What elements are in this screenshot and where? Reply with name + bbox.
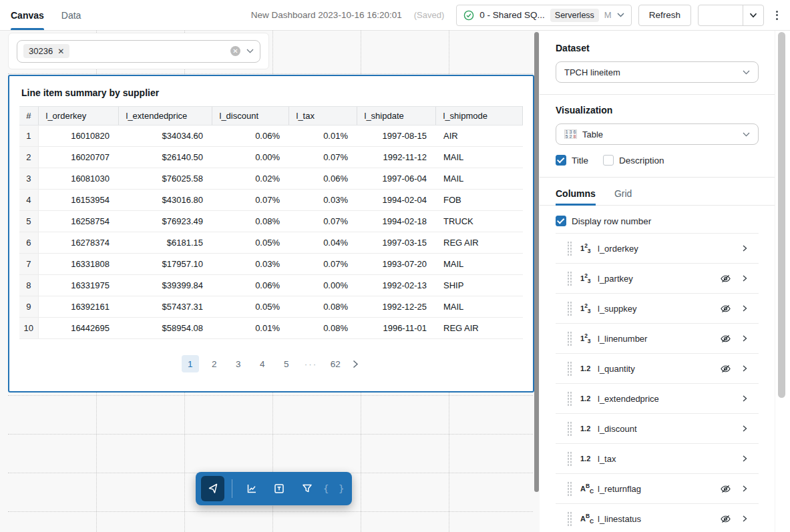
title-checkbox[interactable]: Title bbox=[556, 155, 588, 166]
clear-filter-icon[interactable]: ✕ bbox=[230, 46, 240, 56]
tab-columns[interactable]: Columns bbox=[556, 188, 596, 205]
eye-off-icon[interactable] bbox=[720, 513, 731, 525]
code-tool-icon[interactable]: { } bbox=[323, 476, 347, 501]
share-button[interactable]: Share bbox=[699, 0, 743, 266]
add-chart-tool-icon[interactable] bbox=[240, 476, 263, 501]
table-cell: 0.06% bbox=[212, 125, 288, 147]
grid-line bbox=[8, 511, 533, 512]
warehouse-selector[interactable]: 0 - Shared SQ... Serverless M bbox=[456, 5, 631, 26]
table-cell: 0.08% bbox=[212, 211, 288, 232]
column-list-item[interactable]: 1.2l_tax bbox=[556, 444, 759, 474]
table-cell: 1997-03-15 bbox=[357, 232, 435, 254]
table-cell: SHIP bbox=[435, 275, 523, 296]
column-list-item[interactable]: ABCl_linestatus bbox=[556, 504, 759, 532]
eye-off-icon[interactable] bbox=[720, 363, 731, 374]
drag-handle-icon[interactable] bbox=[567, 511, 572, 527]
pagination-page[interactable]: 4 bbox=[254, 355, 271, 372]
table-cell: $58954.08 bbox=[118, 318, 212, 339]
table-cell: 0.08% bbox=[288, 296, 357, 318]
scrollbar-thumb[interactable] bbox=[778, 32, 785, 398]
drag-handle-icon[interactable] bbox=[567, 391, 572, 407]
drag-handle-icon[interactable] bbox=[567, 481, 572, 497]
filter-select[interactable]: 30236 ✕ ✕ bbox=[17, 40, 260, 63]
pagination-page[interactable]: 3 bbox=[230, 355, 247, 372]
drag-handle-icon[interactable] bbox=[567, 241, 572, 256]
title-checkbox-label: Title bbox=[572, 156, 588, 166]
select-cursor-tool-icon[interactable] bbox=[201, 476, 224, 501]
column-list-item[interactable]: 1.2l_quantity bbox=[556, 354, 759, 384]
checkbox-checked-icon[interactable] bbox=[556, 216, 566, 226]
column-name: l_tax bbox=[598, 454, 616, 464]
table-cell: 0.00% bbox=[288, 275, 357, 296]
table-cell: $26140.50 bbox=[118, 147, 212, 168]
column-header: # bbox=[19, 107, 38, 125]
pagination-next-icon[interactable] bbox=[351, 360, 361, 368]
column-list-item[interactable]: ABCl_returnflag bbox=[556, 474, 759, 504]
page-scrollbar[interactable] bbox=[775, 31, 790, 532]
remove-tag-icon[interactable]: ✕ bbox=[57, 47, 64, 56]
drag-handle-icon[interactable] bbox=[567, 361, 572, 376]
add-textbox-tool-icon[interactable] bbox=[268, 476, 291, 501]
eye-off-icon[interactable] bbox=[720, 303, 731, 314]
eye-off-icon[interactable] bbox=[720, 483, 731, 495]
saved-status: (Saved) bbox=[414, 10, 445, 20]
editor-tabs: Canvas Data bbox=[11, 0, 81, 30]
eye-off-icon[interactable] bbox=[720, 333, 731, 344]
pagination-page[interactable]: 2 bbox=[206, 355, 223, 372]
warehouse-name: 0 - Shared SQ... bbox=[479, 10, 545, 20]
display-row-number-checkbox[interactable]: Display row number bbox=[556, 216, 651, 226]
drag-handle-icon[interactable] bbox=[567, 271, 572, 286]
drag-handle-icon[interactable] bbox=[567, 451, 572, 467]
viz-icon-digit: 2 bbox=[569, 135, 572, 139]
description-checkbox[interactable]: Description bbox=[603, 155, 664, 166]
eye-off-icon[interactable] bbox=[720, 273, 731, 284]
column-type-icon: 123 bbox=[580, 302, 596, 314]
more-options-kebab-icon[interactable] bbox=[773, 8, 781, 23]
share-dropdown-button[interactable] bbox=[743, 5, 763, 25]
tab-grid[interactable]: Grid bbox=[614, 188, 632, 205]
table-row: 316081030$76025.580.02%0.06%1997-06-04MA… bbox=[19, 168, 523, 190]
column-actions bbox=[741, 394, 748, 403]
column-name: l_returnflag bbox=[598, 484, 641, 494]
column-type-icon: 1.2 bbox=[580, 455, 596, 463]
pagination-page[interactable]: 1 bbox=[182, 355, 199, 372]
refresh-button[interactable]: Refresh bbox=[638, 5, 691, 26]
table-cell: 1994-02-04 bbox=[357, 190, 435, 211]
pagination-page[interactable]: 62 bbox=[327, 355, 344, 372]
table-cell: MAIL bbox=[435, 147, 523, 168]
table-row: 916392161$57437.310.05%0.08%1992-12-25MA… bbox=[19, 296, 523, 318]
chevron-right-icon bbox=[741, 274, 748, 282]
tab-canvas[interactable]: Canvas bbox=[11, 0, 44, 30]
column-name: l_orderkey bbox=[598, 244, 638, 254]
checkbox-checked-icon[interactable] bbox=[556, 155, 566, 166]
add-filter-tool-icon[interactable] bbox=[295, 476, 319, 501]
column-name: l_linenumber bbox=[598, 334, 647, 344]
column-list-item[interactable]: 123l_suppkey bbox=[556, 294, 759, 324]
column-list-item[interactable]: 1.2l_discount bbox=[556, 414, 759, 444]
column-list-item[interactable]: 123l_linenumber bbox=[556, 324, 759, 354]
column-header: l_discount bbox=[212, 107, 288, 125]
canvas-scrollbar[interactable] bbox=[534, 32, 539, 492]
table-cell: $34034.60 bbox=[118, 125, 212, 147]
column-list-item[interactable]: 1.2l_extendedprice bbox=[556, 384, 759, 414]
table-cell: 0.03% bbox=[212, 254, 288, 275]
dashboard-canvas[interactable]: 30236 ✕ ✕ Line item summary by supplier … bbox=[0, 31, 540, 532]
row-number-cell: 10 bbox=[19, 318, 38, 339]
checkbox-unchecked-icon[interactable] bbox=[603, 155, 614, 166]
column-type-icon: ABC bbox=[580, 483, 596, 495]
drag-handle-icon[interactable] bbox=[567, 421, 572, 437]
table-cell: 0.07% bbox=[288, 254, 357, 275]
table-widget[interactable]: Line item summary by supplier #l_orderke… bbox=[8, 75, 534, 392]
table-row: 516258754$76923.490.08%0.07%1994-02-18TR… bbox=[19, 211, 523, 232]
table-row: 116010820$34034.600.06%0.01%1997-08-15AI… bbox=[19, 125, 523, 147]
drag-handle-icon[interactable] bbox=[567, 331, 572, 346]
dashboard-title[interactable]: New Dashboard 2023-10-16 16:20:01 bbox=[251, 10, 402, 20]
pagination-page[interactable]: 5 bbox=[278, 355, 295, 372]
tab-data[interactable]: Data bbox=[61, 0, 81, 30]
column-list-item[interactable]: 123l_partkey bbox=[556, 264, 759, 294]
table-cell: 16258754 bbox=[38, 211, 118, 232]
table-cell: 1997-06-04 bbox=[357, 168, 435, 190]
table-row: 216020707$26140.500.00%0.07%1992-11-12MA… bbox=[19, 147, 523, 168]
drag-handle-icon[interactable] bbox=[567, 301, 572, 316]
table-cell: 0.06% bbox=[212, 275, 288, 296]
